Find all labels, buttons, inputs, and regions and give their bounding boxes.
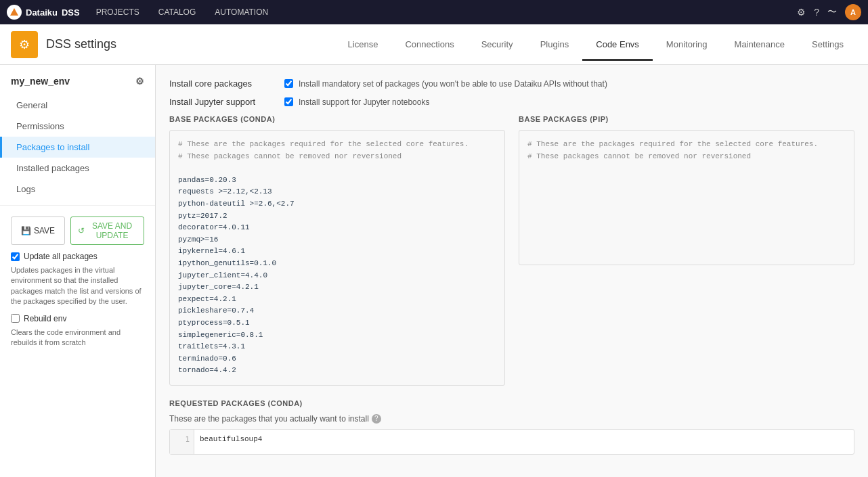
update-all-desc: Updates packages in the virtual environm…: [11, 265, 144, 307]
install-core-checkbox-group: Install mandatory set of packages (you w…: [284, 79, 607, 89]
conda-pkg-14: simplegeneric=0.8.1: [178, 330, 496, 342]
update-all-label[interactable]: Update all packages: [24, 252, 97, 261]
save-icon: 💾: [21, 226, 31, 235]
conda-pkg-6: pyzmq>=16: [178, 234, 496, 246]
install-core-desc: Install mandatory set of packages (you w…: [299, 79, 607, 89]
conda-pkg-2: requests >=2.12,<2.13: [178, 186, 496, 198]
rebuild-env-checkbox[interactable]: [11, 314, 20, 323]
conda-pkg-4: pytz=2017.2: [178, 210, 496, 223]
brand-name: Dataiku: [26, 7, 58, 18]
sidebar-actions: 💾 SAVE ↺ SAVE AND UPDATE Update all pack…: [0, 205, 155, 365]
brand-dss: DSS: [62, 7, 80, 18]
rebuild-env-desc: Clears the code environment and rebuilds…: [11, 327, 144, 348]
install-jupyter-checkbox[interactable]: [284, 97, 293, 106]
tab-monitoring[interactable]: Monitoring: [653, 30, 721, 61]
nav-automation[interactable]: AUTOMATION: [212, 6, 271, 18]
requested-conda-desc-row: These are the packages that you actually…: [169, 414, 854, 424]
base-pip-editor[interactable]: # These are the packages required for th…: [519, 130, 854, 265]
sidebar-header: my_new_env ⚙: [0, 76, 155, 95]
conda-pkg-9: jupyter_client=4.4.0: [178, 270, 496, 282]
install-core-label: Install core packages: [169, 78, 278, 89]
sidebar-item-logs[interactable]: Logs: [0, 179, 155, 200]
env-name: my_new_env: [11, 76, 70, 87]
requested-conda-title: REQUESTED PACKAGES (CONDA): [169, 399, 854, 407]
base-packages-grid: BASE PACKAGES (CONDA) # These are the pa…: [169, 115, 854, 386]
tab-license[interactable]: License: [334, 30, 392, 61]
logo-icon: [7, 5, 22, 20]
pip-comment-2: # These packages cannot be removed nor r…: [527, 151, 846, 163]
top-nav-right: ⚙ ? 〜 A: [797, 4, 861, 20]
requested-conda-help-icon[interactable]: ?: [372, 414, 381, 424]
install-core-checkbox[interactable]: [284, 79, 293, 88]
base-conda-section: BASE PACKAGES (CONDA) # These are the pa…: [169, 115, 505, 386]
tab-settings[interactable]: Settings: [798, 30, 857, 61]
main-tabs: License Connections Security Plugins Cod…: [334, 30, 857, 60]
tab-plugins[interactable]: Plugins: [527, 30, 583, 61]
install-jupyter-desc: Install support for Jupyter notebooks: [299, 97, 429, 107]
save-update-label: SAVE AND UPDATE: [87, 221, 137, 240]
rebuild-env-label[interactable]: Rebuild env: [24, 314, 66, 323]
install-jupyter-row: Install Jupyter support Install support …: [169, 97, 854, 107]
tab-connections[interactable]: Connections: [391, 30, 467, 61]
nav-catalog[interactable]: CATALOG: [156, 6, 199, 18]
requested-conda-desc-text: These are the packages that you actually…: [169, 414, 369, 424]
app-header: ⚙ DSS settings License Connections Secur…: [0, 24, 868, 65]
conda-pkg-15: traitlets=4.3.1: [178, 341, 496, 353]
svg-marker-0: [10, 8, 18, 16]
requested-conda-section: REQUESTED PACKAGES (CONDA) These are the…: [169, 399, 854, 455]
conda-comment-2: # These packages cannot be removed nor r…: [178, 151, 496, 163]
activity-icon[interactable]: 〜: [827, 6, 837, 18]
conda-pkg-16: terminado=0.6: [178, 353, 496, 365]
conda-pkg-12: pickleshare=0.7.4: [178, 305, 496, 317]
nav-projects[interactable]: PROJECTS: [93, 6, 142, 18]
requested-conda-input-area: 1 beautifulsoup4: [169, 429, 854, 455]
base-pip-title: BASE PACKAGES (PIP): [519, 115, 854, 123]
requested-conda-value[interactable]: beautifulsoup4: [194, 430, 854, 449]
main-layout: my_new_env ⚙ General Permissions Package…: [0, 65, 868, 477]
pip-comment-1: # These are the packages required for th…: [527, 139, 846, 151]
tab-maintenance[interactable]: Maintenance: [721, 30, 798, 61]
tab-code-envs[interactable]: Code Envs: [582, 30, 653, 61]
sidebar-item-installed-packages[interactable]: Installed packages: [0, 158, 155, 179]
conda-pkg-8: ipython_genutils=0.1.0: [178, 258, 496, 270]
env-gear-icon[interactable]: ⚙: [135, 76, 144, 87]
install-jupyter-checkbox-group: Install support for Jupyter notebooks: [284, 97, 429, 107]
rebuild-env-row: Rebuild env: [11, 314, 144, 323]
base-pip-section: BASE PACKAGES (PIP) # These are the pack…: [519, 115, 854, 386]
main-content: Install core packages Install mandatory …: [156, 65, 868, 477]
conda-pkg-3: python-dateutil >=2.6,<2.7: [178, 198, 496, 210]
conda-pkg-17: tornado=4.4.2: [178, 365, 496, 377]
conda-comment-1: # These are the packages required for th…: [178, 139, 496, 151]
save-button[interactable]: 💾 SAVE: [11, 217, 65, 245]
conda-pkg-13: ptyprocess=0.5.1: [178, 317, 496, 330]
settings-icon[interactable]: ⚙: [797, 7, 806, 18]
tab-security[interactable]: Security: [468, 30, 527, 61]
save-and-update-button[interactable]: ↺ SAVE AND UPDATE: [70, 217, 144, 245]
sidebar-item-permissions[interactable]: Permissions: [0, 116, 155, 137]
app-header-title: DSS settings: [46, 37, 116, 51]
requested-conda-input-row: 1 beautifulsoup4: [170, 430, 854, 454]
app-header-icon: ⚙: [11, 31, 38, 58]
conda-pkg-11: pexpect=4.2.1: [178, 294, 496, 306]
conda-line-number: 1: [170, 430, 194, 454]
top-navbar: Dataiku DSS PROJECTS CATALOG AUTOMATION …: [0, 0, 868, 24]
install-jupyter-label: Install Jupyter support: [169, 97, 278, 107]
update-all-checkbox[interactable]: [11, 252, 20, 261]
help-icon[interactable]: ?: [814, 7, 819, 18]
conda-pkg-10: jupyter_core=4.2.1: [178, 281, 496, 294]
gear-icon: ⚙: [19, 37, 30, 52]
conda-pkg-7: ipykernel=4.6.1: [178, 246, 496, 258]
app-logo: Dataiku DSS: [7, 5, 80, 20]
install-core-row: Install core packages Install mandatory …: [169, 78, 854, 89]
base-conda-editor[interactable]: # These are the packages required for th…: [169, 130, 505, 386]
base-conda-title: BASE PACKAGES (CONDA): [169, 115, 505, 123]
top-nav-items: PROJECTS CATALOG AUTOMATION: [93, 6, 271, 18]
sidebar-item-packages-to-install[interactable]: Packages to install: [0, 137, 155, 158]
save-buttons-row: 💾 SAVE ↺ SAVE AND UPDATE: [11, 217, 144, 245]
update-icon: ↺: [78, 226, 85, 235]
conda-pkg-5: decorator=4.0.11: [178, 222, 496, 234]
save-label: SAVE: [34, 226, 55, 235]
user-avatar[interactable]: A: [845, 4, 861, 20]
sidebar: my_new_env ⚙ General Permissions Package…: [0, 65, 156, 477]
sidebar-item-general[interactable]: General: [0, 95, 155, 116]
